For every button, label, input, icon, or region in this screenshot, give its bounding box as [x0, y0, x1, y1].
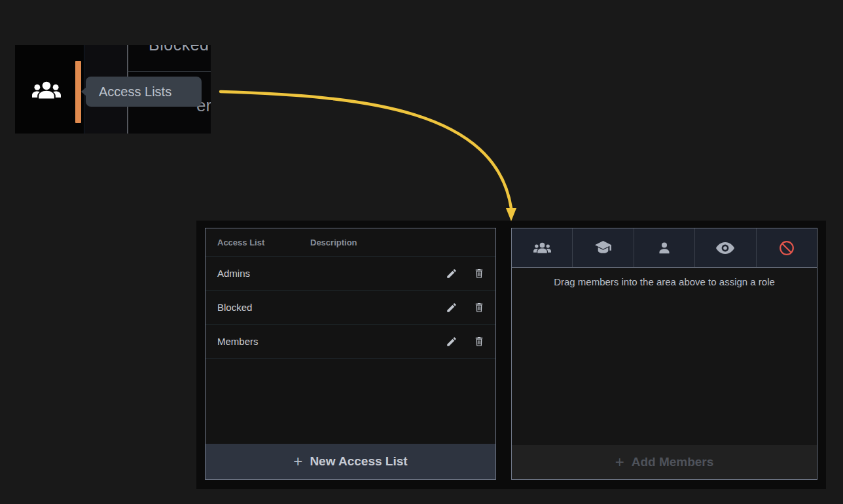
group-icon[interactable] [32, 80, 61, 101]
new-access-list-button[interactable]: + New Access List [206, 444, 495, 479]
table-row[interactable]: Blocked [206, 291, 495, 325]
members-panel: Drag members into the area above to assi… [511, 228, 817, 480]
access-list-name: Blocked [217, 302, 252, 313]
drag-members-hint: Drag members into the area above to assi… [512, 276, 817, 287]
eye-icon [716, 242, 734, 254]
delete-icon[interactable] [473, 268, 485, 279]
access-lists-view: Access List Description Admins Blocked M… [196, 221, 826, 489]
tooltip-label: Access Lists [99, 84, 171, 99]
ban-icon [779, 240, 795, 256]
role-drop-targets [512, 228, 817, 268]
row-divider [128, 71, 211, 72]
role-cell-blocked[interactable] [757, 228, 817, 267]
access-lists-table-panel: Access List Description Admins Blocked M… [205, 228, 496, 480]
plus-icon: + [615, 454, 624, 470]
delete-icon[interactable] [473, 302, 485, 314]
plus-icon: + [293, 454, 302, 469]
person-icon [657, 241, 672, 255]
edit-icon[interactable] [446, 336, 457, 348]
delete-icon[interactable] [473, 336, 485, 348]
graduation-cap-icon [595, 241, 611, 255]
add-members-label: Add Members [632, 455, 714, 469]
role-cell-teacher[interactable] [573, 228, 634, 267]
active-item-accent-bar [75, 61, 81, 123]
clipped-row-text-top: Blocked [149, 45, 209, 54]
role-cell-member[interactable] [634, 228, 695, 267]
new-access-list-label: New Access List [310, 454, 407, 469]
access-list-name: Members [217, 336, 259, 347]
role-cell-group[interactable] [512, 228, 573, 267]
sidebar-zoom-inset: Blocked ers Access Lists [15, 45, 211, 134]
access-list-name: Admins [217, 268, 250, 279]
access-lists-tooltip: Access Lists [86, 77, 202, 107]
column-header-description: Description [310, 238, 357, 247]
table-row[interactable]: Members [206, 325, 495, 359]
table-header: Access List Description [206, 228, 495, 257]
add-members-button[interactable]: + Add Members [512, 445, 817, 479]
edit-icon[interactable] [446, 268, 457, 279]
group-icon [533, 242, 551, 255]
members-empty-space [512, 287, 817, 445]
table-row[interactable]: Admins [206, 257, 495, 291]
column-header-access-list: Access List [217, 238, 264, 247]
role-cell-viewer[interactable] [695, 228, 756, 267]
edit-icon[interactable] [446, 302, 457, 314]
table-empty-space [206, 359, 495, 444]
